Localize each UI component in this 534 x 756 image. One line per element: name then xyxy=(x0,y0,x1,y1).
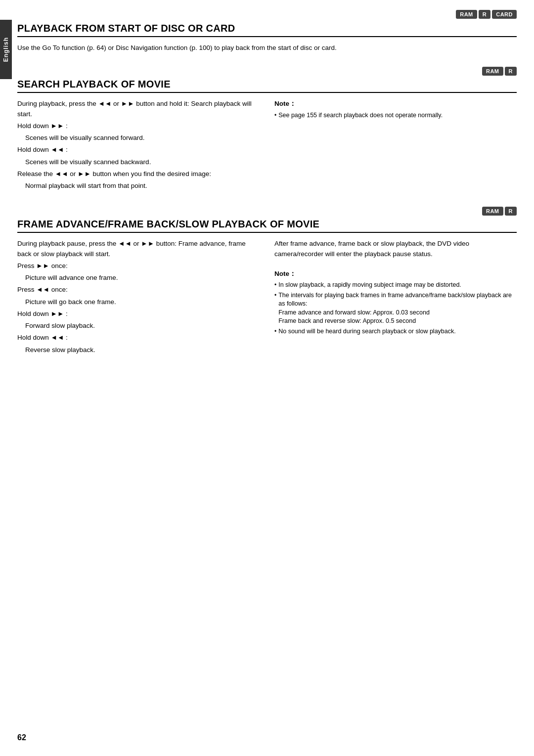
section3-line1-label: Press ►► once: xyxy=(17,261,260,271)
section3-left: During playback pause, press the ◄◄ or ►… xyxy=(17,239,260,357)
section3-title: FRAME ADVANCE/FRAME BACK/SLOW PLAYBACK O… xyxy=(17,219,517,233)
badge-r-1: R xyxy=(479,10,490,19)
section3-line2-body: Picture will go back one frame. xyxy=(25,297,260,307)
section2-columns: During playback, press the ◄◄ or ►► butt… xyxy=(17,99,517,193)
section1-body: Use the Go To function (p. 64) or Disc N… xyxy=(17,43,517,53)
section2-title: SEARCH PLAYBACK OF MOVIE xyxy=(17,79,517,93)
section1-title: PLAYBACK FROM START OF DISC OR CARD xyxy=(17,23,517,37)
main-content: RAM R CARD PLAYBACK FROM START OF DISC O… xyxy=(17,0,517,357)
page-wrapper: English RAM R CARD PLAYBACK FROM START O… xyxy=(0,0,534,756)
section2-line4: Normal playback will start from that poi… xyxy=(25,181,260,191)
badge-ram-3: RAM xyxy=(482,207,503,216)
section3-intro: During playback pause, press the ◄◄ or ►… xyxy=(17,239,260,259)
page-number: 62 xyxy=(17,733,26,742)
section3-line2-label: Press ◄◄ once: xyxy=(17,285,260,295)
section1: PLAYBACK FROM START OF DISC OR CARD Use … xyxy=(17,23,517,53)
section2-left: During playback, press the ◄◄ or ►► butt… xyxy=(17,99,260,193)
section2: SEARCH PLAYBACK OF MOVIE During playback… xyxy=(17,79,517,193)
note-bullet-icon: • xyxy=(274,111,276,120)
top-badges-row: RAM R CARD xyxy=(17,10,517,19)
note-bullet-2-icon: • xyxy=(274,291,276,300)
section2-note-label: Note： xyxy=(274,99,517,109)
section3: FRAME ADVANCE/FRAME BACK/SLOW PLAYBACK O… xyxy=(17,219,517,357)
section3-note-3: No sound will be heard during search pla… xyxy=(278,327,456,336)
badge-ram: RAM xyxy=(456,10,477,19)
section3-line4-body: Reverse slow playback. xyxy=(25,345,260,355)
section2-line3: Release the ◄◄ or ►► button when you fin… xyxy=(17,169,260,179)
section2-line1-body: Scenes will be visually scanned forward. xyxy=(25,133,260,143)
section3-note-label: Note： xyxy=(274,269,517,279)
section3-columns: During playback pause, press the ◄◄ or ►… xyxy=(17,239,517,357)
section3-note-item-2: • The intervals for playing back frames … xyxy=(274,291,517,326)
section3-note-item-3: • No sound will be heard during search p… xyxy=(274,327,517,336)
badge-ram-2: RAM xyxy=(482,67,503,76)
section3-line3-label: Hold down ►► : xyxy=(17,309,260,319)
sidebar-label: English xyxy=(2,37,9,62)
section3-line3-body: Forward slow playback. xyxy=(25,321,260,331)
badge-r-2: R xyxy=(505,67,517,76)
section2-right: Note： • See page 155 if search playback … xyxy=(274,99,517,193)
section3-line4-label: Hold down ◄◄ : xyxy=(17,333,260,343)
section2-line2-body: Scenes will be visually scanned backward… xyxy=(25,157,260,167)
section3-note-item-1: • In slow playback, a rapidly moving sub… xyxy=(274,281,517,290)
badge-card: CARD xyxy=(492,10,517,19)
section2-line1-label: Hold down ►► : xyxy=(17,121,260,131)
search-badges-row: RAM R xyxy=(17,67,517,76)
badge-r-3: R xyxy=(505,207,517,216)
sidebar-tab: English xyxy=(0,20,12,79)
section3-right-intro: After frame advance, frame back or slow … xyxy=(274,239,517,259)
section3-line1-body: Picture will advance one frame. xyxy=(25,273,260,283)
section2-note-item-1: • See page 155 if search playback does n… xyxy=(274,111,517,120)
frame-badges-row: RAM R xyxy=(17,207,517,216)
section2-line2-label: Hold down ◄◄ : xyxy=(17,145,260,155)
section2-intro: During playback, press the ◄◄ or ►► butt… xyxy=(17,99,260,119)
section3-note-1: In slow playback, a rapidly moving subje… xyxy=(278,281,461,290)
section2-note-1: See page 155 if search playback does not… xyxy=(278,111,443,120)
section3-right: After frame advance, frame back or slow … xyxy=(274,239,517,357)
note-bullet-1-icon: • xyxy=(274,281,276,289)
section3-note-2: The intervals for playing back frames in… xyxy=(278,291,517,326)
note-bullet-3-icon: • xyxy=(274,327,276,336)
